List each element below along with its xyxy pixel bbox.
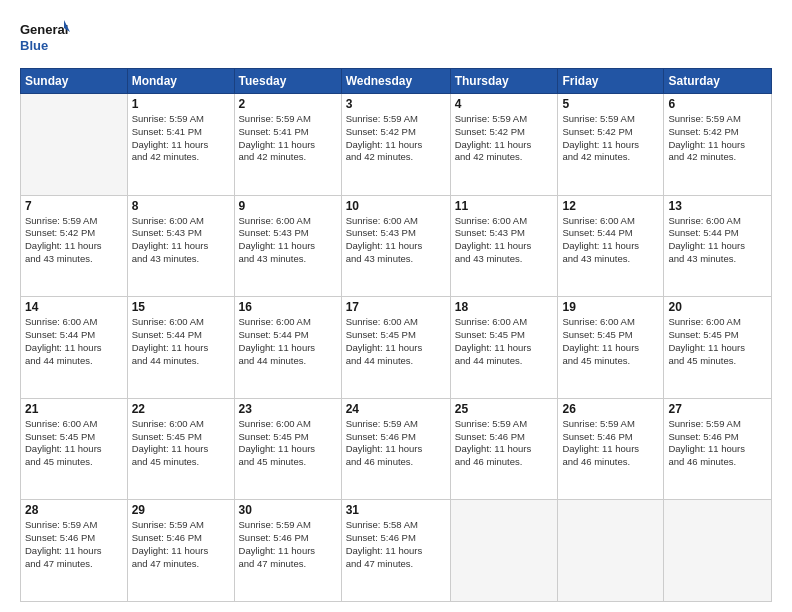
sunset-label: Sunset: 5:46 PM bbox=[346, 532, 416, 543]
day-info: Sunrise: 5:59 AM Sunset: 5:46 PM Dayligh… bbox=[239, 519, 337, 570]
sunrise-label: Sunrise: 6:00 AM bbox=[239, 215, 311, 226]
daylight-label: Daylight: 11 hours bbox=[668, 342, 745, 353]
sunrise-label: Sunrise: 6:00 AM bbox=[25, 418, 97, 429]
calendar-dow-tuesday: Tuesday bbox=[234, 69, 341, 94]
calendar-cell: 29 Sunrise: 5:59 AM Sunset: 5:46 PM Dayl… bbox=[127, 500, 234, 602]
daylight-minutes: and 45 minutes. bbox=[25, 456, 93, 467]
calendar-cell: 13 Sunrise: 6:00 AM Sunset: 5:44 PM Dayl… bbox=[664, 195, 772, 297]
daylight-label: Daylight: 11 hours bbox=[346, 139, 423, 150]
day-number: 24 bbox=[346, 402, 446, 416]
daylight-label: Daylight: 11 hours bbox=[239, 545, 316, 556]
daylight-minutes: and 47 minutes. bbox=[239, 558, 307, 569]
calendar-cell: 20 Sunrise: 6:00 AM Sunset: 5:45 PM Dayl… bbox=[664, 297, 772, 399]
daylight-minutes: and 42 minutes. bbox=[668, 151, 736, 162]
sunset-label: Sunset: 5:45 PM bbox=[239, 431, 309, 442]
calendar-dow-thursday: Thursday bbox=[450, 69, 558, 94]
day-info: Sunrise: 6:00 AM Sunset: 5:43 PM Dayligh… bbox=[239, 215, 337, 266]
daylight-label: Daylight: 11 hours bbox=[346, 545, 423, 556]
day-info: Sunrise: 6:00 AM Sunset: 5:45 PM Dayligh… bbox=[668, 316, 767, 367]
daylight-minutes: and 43 minutes. bbox=[562, 253, 630, 264]
day-number: 26 bbox=[562, 402, 659, 416]
day-number: 1 bbox=[132, 97, 230, 111]
day-info: Sunrise: 6:00 AM Sunset: 5:45 PM Dayligh… bbox=[132, 418, 230, 469]
day-info: Sunrise: 6:00 AM Sunset: 5:43 PM Dayligh… bbox=[455, 215, 554, 266]
sunrise-label: Sunrise: 5:59 AM bbox=[25, 519, 97, 530]
daylight-label: Daylight: 11 hours bbox=[25, 545, 102, 556]
day-info: Sunrise: 5:59 AM Sunset: 5:41 PM Dayligh… bbox=[239, 113, 337, 164]
day-info: Sunrise: 5:59 AM Sunset: 5:42 PM Dayligh… bbox=[346, 113, 446, 164]
sunset-label: Sunset: 5:42 PM bbox=[562, 126, 632, 137]
day-info: Sunrise: 5:59 AM Sunset: 5:46 PM Dayligh… bbox=[668, 418, 767, 469]
calendar-cell: 31 Sunrise: 5:58 AM Sunset: 5:46 PM Dayl… bbox=[341, 500, 450, 602]
day-info: Sunrise: 6:00 AM Sunset: 5:45 PM Dayligh… bbox=[562, 316, 659, 367]
daylight-label: Daylight: 11 hours bbox=[132, 342, 209, 353]
svg-text:Blue: Blue bbox=[20, 38, 48, 53]
page: General Blue SundayMondayTuesdayWednesda… bbox=[0, 0, 792, 612]
day-number: 16 bbox=[239, 300, 337, 314]
sunset-label: Sunset: 5:42 PM bbox=[346, 126, 416, 137]
daylight-minutes: and 43 minutes. bbox=[239, 253, 307, 264]
sunset-label: Sunset: 5:43 PM bbox=[455, 227, 525, 238]
day-info: Sunrise: 5:59 AM Sunset: 5:42 PM Dayligh… bbox=[25, 215, 123, 266]
calendar-cell: 23 Sunrise: 6:00 AM Sunset: 5:45 PM Dayl… bbox=[234, 398, 341, 500]
day-info: Sunrise: 6:00 AM Sunset: 5:45 PM Dayligh… bbox=[25, 418, 123, 469]
daylight-label: Daylight: 11 hours bbox=[25, 240, 102, 251]
day-number: 5 bbox=[562, 97, 659, 111]
day-number: 4 bbox=[455, 97, 554, 111]
day-info: Sunrise: 6:00 AM Sunset: 5:43 PM Dayligh… bbox=[132, 215, 230, 266]
daylight-minutes: and 44 minutes. bbox=[455, 355, 523, 366]
day-number: 29 bbox=[132, 503, 230, 517]
sunrise-label: Sunrise: 6:00 AM bbox=[455, 215, 527, 226]
sunrise-label: Sunrise: 6:00 AM bbox=[562, 316, 634, 327]
daylight-label: Daylight: 11 hours bbox=[132, 240, 209, 251]
sunset-label: Sunset: 5:43 PM bbox=[239, 227, 309, 238]
sunset-label: Sunset: 5:45 PM bbox=[132, 431, 202, 442]
sunrise-label: Sunrise: 6:00 AM bbox=[132, 215, 204, 226]
calendar-cell: 26 Sunrise: 5:59 AM Sunset: 5:46 PM Dayl… bbox=[558, 398, 664, 500]
calendar-cell: 16 Sunrise: 6:00 AM Sunset: 5:44 PM Dayl… bbox=[234, 297, 341, 399]
sunrise-label: Sunrise: 5:59 AM bbox=[455, 418, 527, 429]
day-info: Sunrise: 5:59 AM Sunset: 5:46 PM Dayligh… bbox=[132, 519, 230, 570]
sunset-label: Sunset: 5:44 PM bbox=[132, 329, 202, 340]
sunset-label: Sunset: 5:46 PM bbox=[239, 532, 309, 543]
daylight-minutes: and 46 minutes. bbox=[562, 456, 630, 467]
sunrise-label: Sunrise: 6:00 AM bbox=[346, 215, 418, 226]
week-row-2: 14 Sunrise: 6:00 AM Sunset: 5:44 PM Dayl… bbox=[21, 297, 772, 399]
sunset-label: Sunset: 5:42 PM bbox=[668, 126, 738, 137]
week-row-4: 28 Sunrise: 5:59 AM Sunset: 5:46 PM Dayl… bbox=[21, 500, 772, 602]
daylight-minutes: and 44 minutes. bbox=[346, 355, 414, 366]
sunrise-label: Sunrise: 6:00 AM bbox=[346, 316, 418, 327]
daylight-minutes: and 45 minutes. bbox=[132, 456, 200, 467]
day-number: 25 bbox=[455, 402, 554, 416]
sunset-label: Sunset: 5:45 PM bbox=[25, 431, 95, 442]
day-number: 6 bbox=[668, 97, 767, 111]
daylight-minutes: and 43 minutes. bbox=[346, 253, 414, 264]
sunrise-label: Sunrise: 5:59 AM bbox=[668, 418, 740, 429]
day-number: 12 bbox=[562, 199, 659, 213]
daylight-minutes: and 44 minutes. bbox=[25, 355, 93, 366]
sunrise-label: Sunrise: 5:59 AM bbox=[239, 113, 311, 124]
daylight-label: Daylight: 11 hours bbox=[25, 342, 102, 353]
daylight-label: Daylight: 11 hours bbox=[132, 443, 209, 454]
sunrise-label: Sunrise: 5:59 AM bbox=[132, 519, 204, 530]
day-info: Sunrise: 6:00 AM Sunset: 5:44 PM Dayligh… bbox=[562, 215, 659, 266]
day-number: 17 bbox=[346, 300, 446, 314]
daylight-minutes: and 47 minutes. bbox=[25, 558, 93, 569]
sunset-label: Sunset: 5:44 PM bbox=[668, 227, 738, 238]
sunset-label: Sunset: 5:44 PM bbox=[239, 329, 309, 340]
calendar-cell bbox=[558, 500, 664, 602]
calendar-dow-sunday: Sunday bbox=[21, 69, 128, 94]
calendar-cell: 4 Sunrise: 5:59 AM Sunset: 5:42 PM Dayli… bbox=[450, 94, 558, 196]
day-number: 20 bbox=[668, 300, 767, 314]
sunset-label: Sunset: 5:42 PM bbox=[25, 227, 95, 238]
daylight-label: Daylight: 11 hours bbox=[562, 443, 639, 454]
calendar-cell: 10 Sunrise: 6:00 AM Sunset: 5:43 PM Dayl… bbox=[341, 195, 450, 297]
daylight-minutes: and 45 minutes. bbox=[239, 456, 307, 467]
daylight-minutes: and 43 minutes. bbox=[132, 253, 200, 264]
calendar-cell: 2 Sunrise: 5:59 AM Sunset: 5:41 PM Dayli… bbox=[234, 94, 341, 196]
sunrise-label: Sunrise: 6:00 AM bbox=[25, 316, 97, 327]
daylight-label: Daylight: 11 hours bbox=[132, 139, 209, 150]
sunrise-label: Sunrise: 5:59 AM bbox=[562, 418, 634, 429]
daylight-minutes: and 42 minutes. bbox=[239, 151, 307, 162]
day-number: 13 bbox=[668, 199, 767, 213]
